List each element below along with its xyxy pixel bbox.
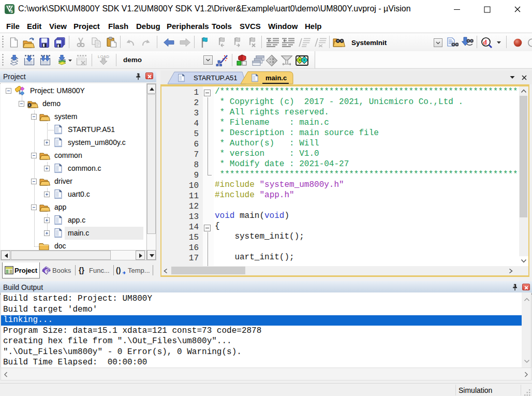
svg-text:d: d [483, 38, 487, 46]
svg-text:?: ? [46, 269, 49, 274]
svg-text:5: 5 [10, 9, 13, 14]
